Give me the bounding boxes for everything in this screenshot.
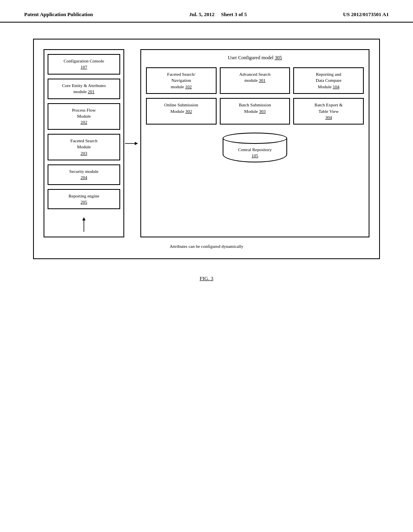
svg-marker-3 <box>135 142 138 145</box>
fsn-line2: Navigation <box>171 78 191 83</box>
fsn-line3: module <box>171 84 184 89</box>
security-module-box: Security module 204 <box>48 164 120 185</box>
reporting-data-compare-box: Reporting and Data Compare Module 104 <box>293 67 364 94</box>
faceted-search-left-box: Faceted Search Module 203 <box>48 134 120 160</box>
main-content: Configuration Console 107 Core Entity & … <box>0 23 413 298</box>
fig-label: FIG. 3 <box>200 275 213 282</box>
bottom-caption: Attributes can be configured dynamically <box>44 244 369 249</box>
horizontal-arrow <box>124 49 140 237</box>
batch-submission-box: Batch Submission Module 303 <box>220 98 290 125</box>
reporting-engine-box: Reporting engine 205 <box>48 189 120 210</box>
advanced-search-box: Advanced Search module 301 <box>220 67 290 94</box>
upward-arrow-container <box>48 216 120 233</box>
right-area: User Configured model 305 Faceted Search… <box>140 49 369 237</box>
core-entity-box: Core Entity & Attributes module 201 <box>48 79 120 99</box>
diagram-row: Configuration Console 107 Core Entity & … <box>44 49 369 237</box>
header-left: Patent Application Publication <box>24 11 93 18</box>
user-configured-label: User Configured model 305 <box>146 55 364 61</box>
repository-area: Central Repository 105 <box>146 129 364 166</box>
right-row-1: Faceted Search/ Navigation module 102 Ad… <box>146 67 364 94</box>
svg-marker-1 <box>82 217 86 220</box>
page-header: Patent Application Publication Jul. 5, 2… <box>0 0 413 23</box>
faceted-search-nav-box: Faceted Search/ Navigation module 102 <box>146 67 217 94</box>
config-console-box: Configuration Console 107 <box>48 54 120 75</box>
online-submission-box: Online Submission Module 302 <box>146 98 217 125</box>
upward-arrow-icon <box>80 216 88 233</box>
header-right: US 2012/0173501 A1 <box>343 11 389 18</box>
diagram-outer: Configuration Console 107 Core Entity & … <box>33 39 380 259</box>
right-arrow-icon <box>124 137 140 150</box>
cylinder-label: Central Repository 105 <box>238 147 271 159</box>
header-center: Jul. 5, 2012 Sheet 3 of 5 <box>189 11 247 18</box>
batch-export-box: Batch Export & Table View 304 <box>293 98 364 125</box>
right-row-2: Online Submission Module 302 Batch Submi… <box>146 98 364 125</box>
fsn-line1: Faceted Search/ <box>167 72 195 77</box>
process-flow-box: Process Flow Module 202 <box>48 103 120 130</box>
left-column: Configuration Console 107 Core Entity & … <box>44 49 124 237</box>
cylinder: Central Repository 105 <box>223 133 287 162</box>
